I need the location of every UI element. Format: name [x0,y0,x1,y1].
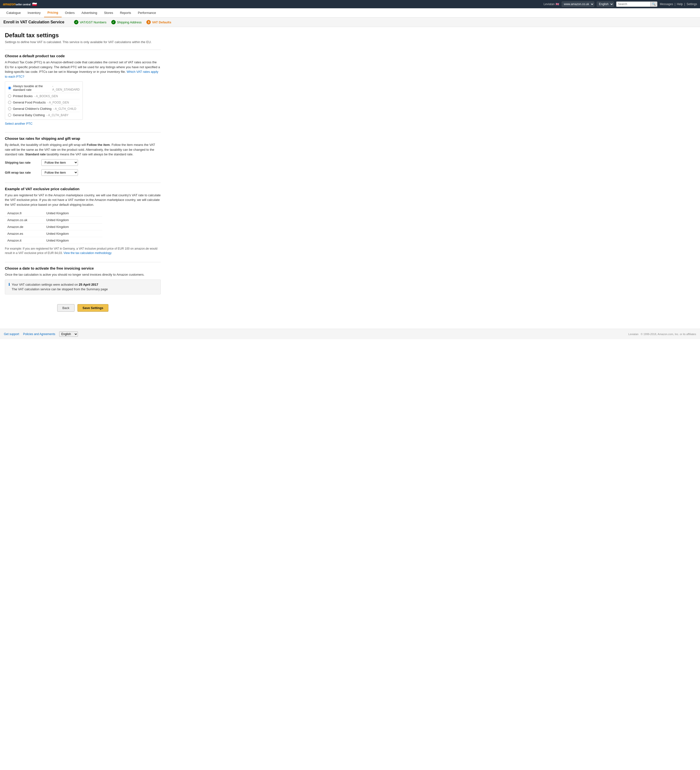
account-flag-icon: 🇬🇧 [556,2,559,6]
invoicing-desc: Once the tax calculation is active you s… [5,272,161,277]
step-label-vat: VAT/GST Numbers [79,21,107,24]
country-cell: United Kingdom [44,237,102,244]
info-box: ℹ Your VAT calculation settings were act… [5,280,161,294]
info-icon: ℹ [8,283,10,286]
country-cell: United Kingdom [44,223,102,230]
select-another-ptc-link[interactable]: Select another PTC [5,122,32,125]
marketplace-cell: Amazon.co.uk [5,217,44,223]
account-info: Leviatan 🇬🇧 [544,2,559,6]
page-title: Default tax settings [5,32,161,39]
country-cell: United Kingdom [44,210,102,217]
ptc-option-baby-clothing[interactable]: General Baby Clothing - A_CLTH_BABY [8,112,79,118]
footer-language-select[interactable]: English Deutsch Français [59,332,78,337]
messages-link[interactable]: Messages [660,2,673,6]
policies-link[interactable]: Policies and Agreements [23,332,55,336]
footer-account-name: Leviatan [629,333,638,336]
shipping-tax-rate-select[interactable]: Follow the item Standard rate [41,159,78,166]
enroll-step-defaults: 3 VAT Defaults [146,20,171,24]
ptc-option-children-clothing[interactable]: General Children's Clothing - A_CLTH_CHI… [8,106,79,112]
language-select[interactable]: English [597,2,614,7]
tax-calc-methodology-link[interactable]: View the tax calculation methodology [63,251,112,255]
shipping-tax-rate-label: Shipping tax rate [5,161,37,164]
tax-rates-desc: By default, the taxability of both shipp… [5,142,161,157]
back-button[interactable]: Back [57,304,75,312]
giftwrap-tax-rate-select[interactable]: Follow the item Standard rate [41,169,78,176]
nav-inventory[interactable]: Inventory [24,8,44,17]
step-num-defaults: 3 [146,20,151,24]
vat-exclusive-section: Example of VAT exclusive price calculati… [5,183,161,256]
nav-reports[interactable]: Reports [117,8,134,17]
nav-advertising[interactable]: Advertising [78,8,100,17]
header-right: Leviatan 🇬🇧 www.amazon.co.uk English 🔍 M… [544,2,697,7]
nav-performance[interactable]: Performance [134,8,159,17]
giftwrap-tax-rate-label: Gift wrap tax rate [5,171,37,175]
help-link[interactable]: Help [677,2,683,6]
amazon-logo: amazonseller central [3,2,31,6]
vat-exclusive-title: Example of VAT exclusive price calculati… [5,183,161,191]
marketplace-cell: Amazon.de [5,223,44,230]
ptc-section: Choose a default product tax code A Prod… [5,50,161,125]
vat-table: Amazon.fr United Kingdom Amazon.co.uk Un… [5,210,102,244]
marketplace-select[interactable]: www.amazon.co.uk [562,2,594,7]
step-label-defaults: VAT Defaults [152,21,171,24]
table-row: Amazon.es United Kingdom [5,230,102,237]
tax-rates-title: Choose tax rates for shipping and gift w… [5,132,161,141]
nav-pricing[interactable]: Pricing [44,8,62,17]
info-text-prefix: Your VAT calculation settings were activ… [12,283,79,286]
seller-central-label: seller central [16,3,31,6]
marketplace-cell: Amazon.it [5,237,44,244]
page-subtitle: Settings to define how VAT is calculated… [5,40,161,44]
ptc-vat-rates-link[interactable]: Which VAT rates apply to each PTC? [5,70,158,78]
ptc-radio-standard[interactable] [8,86,11,90]
ptc-code-children-clothing: - A_CLTH_CHILD [53,107,76,110]
info-text: Your VAT calculation settings were activ… [12,282,108,292]
invoicing-section: Choose a date to activate the free invoi… [5,262,161,294]
ptc-label-standard: Always taxable at the standard rate [13,84,51,92]
table-row: Amazon.fr United Kingdom [5,210,102,217]
header-links: Messages | Help | Settings [660,2,697,6]
country-cell: United Kingdom [44,217,102,223]
nav-stores[interactable]: Stores [100,8,117,17]
ptc-code-standard: - A_GEN_STANDARD [52,84,79,91]
vat-footer-note: For example: If you are registered for V… [5,246,161,255]
marketplace-cell: Amazon.es [5,230,44,237]
logo-area: amazonseller central 🇵🇱 [3,2,37,6]
standard-rate-bold: Standard rate [25,152,46,156]
ptc-option-standard[interactable]: Always taxable at the standard rate - A_… [8,83,79,93]
enroll-title: Enroll in VAT Calculation Service [3,20,64,24]
main-content: Default tax settings Settings to define … [0,27,165,329]
ptc-section-title: Choose a default product tax code [5,50,161,58]
follow-item-bold: Follow the item [87,143,110,147]
nav-catalogue[interactable]: Catalogue [3,8,24,17]
get-support-link[interactable]: Get support [4,332,19,336]
save-settings-button[interactable]: Save Settings [78,304,109,312]
ptc-code-books: - A_BOOKS_GEN [34,94,58,98]
nav-orders[interactable]: Orders [62,8,78,17]
table-row: Amazon.de United Kingdom [5,223,102,230]
info-date: 25 April 2017 [79,283,99,286]
ptc-label-food: General Food Products [13,100,45,104]
ptc-code-baby-clothing: - A_CLTH_BABY [47,113,68,117]
ptc-code-food: - A_FOOD_GEN [47,101,69,104]
ptc-label-books: Printed Books [13,94,32,98]
ptc-radio-food[interactable] [8,101,11,104]
ptc-option-books[interactable]: Printed Books - A_BOOKS_GEN [8,93,79,99]
footer: Get support Policies and Agreements Engl… [0,329,700,339]
ptc-radio-books[interactable] [8,94,11,98]
settings-link[interactable]: Settings [687,2,697,6]
ptc-radio-children-clothing[interactable] [8,107,11,110]
ptc-radio-baby-clothing[interactable] [8,113,11,116]
search-button[interactable]: 🔍 [650,2,657,7]
enroll-bar: Enroll in VAT Calculation Service ✓ VAT/… [0,18,700,27]
search-container: 🔍 [616,2,657,7]
header: amazonseller central 🇵🇱 Leviatan 🇬🇧 www.… [0,0,700,8]
footer-copyright: © 1999-2018, Amazon.com, Inc. or its aff… [641,333,696,336]
country-cell: United Kingdom [44,230,102,237]
footer-right: Leviatan © 1999-2018, Amazon.com, Inc. o… [629,333,696,336]
enroll-step-vat: ✓ VAT/GST Numbers [74,20,107,24]
ptc-option-food[interactable]: General Food Products - A_FOOD_GEN [8,99,79,106]
invoicing-title: Choose a date to activate the free invoi… [5,262,161,270]
search-input[interactable] [616,2,650,7]
info-line2: The VAT calculation service can be stopp… [12,287,108,291]
account-name: Leviatan [544,2,554,6]
